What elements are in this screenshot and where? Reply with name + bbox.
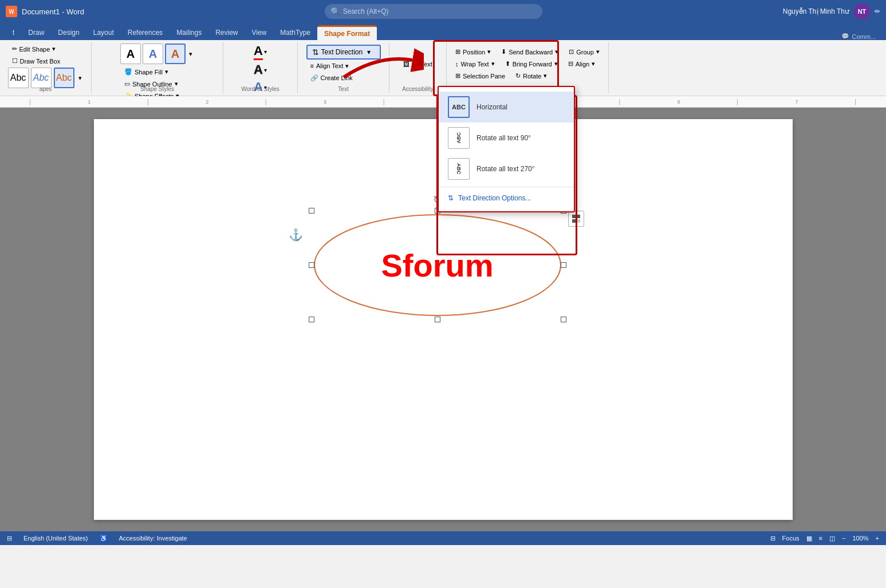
draw-text-box-icon: ☐ (12, 57, 18, 65)
pen-icon[interactable]: ✏ (875, 7, 880, 15)
selection-pane-button[interactable]: ⊞ Selection Pane (451, 70, 509, 81)
shape-sample-2[interactable]: Abc (31, 68, 52, 88)
tab-review[interactable]: Review (208, 25, 245, 40)
tab-mathtype[interactable]: MathType (273, 25, 317, 40)
dropdown-rotate270[interactable]: ABC Rotate all text 270° (439, 153, 574, 184)
svg-rect-2 (572, 215, 576, 218)
alt-text-button[interactable]: 🖼 Alt Text (399, 59, 436, 69)
tab-draw[interactable]: Draw (21, 25, 51, 40)
shape-sample-3[interactable]: Abc (54, 68, 74, 88)
tab-mailings[interactable]: Mailings (170, 25, 208, 40)
tab-view[interactable]: View (245, 25, 274, 40)
options-icon: ⇅ (448, 194, 454, 202)
search-icon-wrap: 🔍 (325, 4, 542, 19)
edit-shape-button[interactable]: ✏ Edit Shape ▾ (8, 44, 84, 54)
align-text-button[interactable]: ≡ Align Text ▾ (306, 61, 381, 72)
view-read-icon[interactable]: ≡ (819, 535, 822, 542)
bring-forward-icon: ⬆ (505, 60, 510, 68)
send-backward-button[interactable]: ⬇ Send Backward ▾ (497, 46, 562, 57)
tab-design[interactable]: Design (51, 25, 86, 40)
handle-bottom-right[interactable] (561, 317, 566, 322)
user-name: Nguyễn Thị Minh Thư (783, 7, 849, 15)
view-print-icon[interactable]: ◫ (829, 535, 835, 542)
wrap-text-button[interactable]: ↕ Wrap Text ▾ (451, 58, 499, 69)
shape-sample-1[interactable]: Abc (8, 68, 29, 88)
draw-text-box-button[interactable]: ☐ Draw Text Box (8, 56, 84, 66)
align-icon: ⊟ (568, 60, 573, 68)
align-button[interactable]: ⊟ Align ▾ (564, 58, 599, 69)
arrange-row2: ↕ Wrap Text ▾ ⬆ Bring Forward ▾ ⊟ Align … (451, 58, 604, 69)
handle-mid-left[interactable] (309, 262, 314, 268)
user-avatar[interactable]: NT (854, 3, 870, 19)
horizontal-icon-box: ABC (448, 96, 470, 118)
status-bar: ⊟ English (United States) ♿ Accessibilit… (0, 531, 886, 545)
rotate-button[interactable]: ↻ Rotate ▾ (511, 70, 551, 81)
page-indicator-icon: ⊟ (7, 535, 12, 542)
dropdown-rotate90[interactable]: ABC Rotate all text 90° (439, 123, 574, 153)
zoom-minus-button[interactable]: − (842, 535, 845, 542)
shape-fill-button[interactable]: 🪣 Shape Fill ▾ (120, 66, 194, 77)
create-link-button[interactable]: 🔗 Create Link (306, 73, 381, 84)
wrap-text-icon: ↕ (455, 61, 459, 68)
wordart-more-button[interactable]: ▾ (187, 44, 194, 64)
tab-t[interactable]: t (6, 25, 21, 40)
shape-fill-chevron: ▾ (165, 68, 168, 76)
wordart-color-chevron[interactable]: ▾ (264, 49, 267, 55)
link-icon: 🔗 (310, 74, 318, 82)
wordart-sample-orange[interactable]: A (165, 44, 186, 64)
handle-bottom-left[interactable] (309, 317, 314, 322)
text-group-content: ⇅ Text Direction ▾ ≡ Align Text ▾ 🔗 Crea… (306, 44, 381, 92)
rotate270-icon-box: ABC (448, 158, 470, 180)
wordart-sample-blue[interactable]: A (143, 44, 163, 64)
layout-options-icon[interactable] (568, 211, 584, 227)
tab-layout[interactable]: Layout (86, 25, 121, 40)
handle-mid-right[interactable] (561, 262, 566, 268)
group-button[interactable]: ⊡ Group ▾ (565, 46, 604, 57)
wordart-sample-black[interactable]: A (120, 44, 141, 64)
anchor-icon: ⚓ (289, 228, 303, 242)
wordart-outline-chevron[interactable]: ▾ (264, 67, 267, 73)
text-direction-icon: ⇅ (312, 48, 319, 57)
insert-shapes-label: apes (0, 86, 91, 92)
focus-icon[interactable]: ⊟ (770, 535, 775, 542)
tab-shape-format[interactable]: Shape Format (317, 25, 377, 40)
view-normal-icon[interactable]: ▦ (806, 535, 812, 542)
rotate270-label: Rotate all text 270° (477, 165, 535, 173)
horizontal-abc: ABC (452, 104, 466, 111)
bring-forward-button[interactable]: ⬆ Bring Forward ▾ (501, 58, 562, 69)
send-backward-icon: ⬇ (501, 48, 506, 56)
handle-bottom-mid[interactable] (435, 317, 440, 322)
wordart-styles-label: WordArt Styles (223, 86, 297, 92)
search-bar: 🔍 (84, 4, 783, 19)
dropdown-text-direction-options[interactable]: ⇅ Text Direction Options... (439, 190, 574, 207)
handle-top-left[interactable] (309, 208, 314, 214)
focus-label[interactable]: Focus (782, 535, 800, 542)
search-input[interactable] (325, 4, 542, 19)
tab-references[interactable]: References (121, 25, 170, 40)
title-bar-left: W Document1 - Word (6, 6, 84, 17)
arrange-row3: ⊞ Selection Pane ↻ Rotate ▾ (451, 70, 604, 81)
wordart-color-row: A ▾ (254, 44, 267, 60)
dropdown-horizontal[interactable]: ABC Horizontal (439, 92, 574, 123)
wordart-outline-row: A ▾ (254, 62, 267, 77)
insert-shapes-group: ✏ Edit Shape ▾ ☐ Draw Text Box Abc Abc A… (0, 42, 92, 93)
comment-button[interactable]: 💬 Comm... (837, 33, 880, 40)
arrange-row1: ⊞ Position ▾ ⬇ Send Backward ▾ ⊡ Group ▾ (451, 46, 604, 57)
accessibility-group-content: 🖼 Alt Text (399, 44, 436, 92)
shape-fill-icon: 🪣 (124, 68, 132, 76)
position-button[interactable]: ⊞ Position ▾ (451, 46, 495, 57)
wordart-text-color-a[interactable]: A (254, 44, 263, 60)
rotate90-icon-box: ABC (448, 127, 470, 149)
alt-text-icon: 🖼 (403, 61, 409, 68)
text-direction-button[interactable]: ⇅ Text Direction ▾ (306, 45, 381, 60)
language-label: English (United States) (23, 535, 88, 542)
wordart-text-outline-a[interactable]: A (254, 62, 263, 77)
edit-shape-icon: ✏ (12, 45, 17, 53)
rotate270-abc: ABC (456, 163, 462, 175)
zoom-plus-button[interactable]: + (876, 535, 879, 542)
wordart-samples: A A A ▾ (120, 44, 194, 64)
text-group-label: Text (298, 86, 389, 92)
wordart-styles-group: A ▾ A ▾ A ▾ WordArt Styles (223, 42, 298, 93)
shapes-more-button[interactable]: ▾ (77, 68, 84, 88)
ellipse-shape-container[interactable]: ↻ Sforum (312, 211, 564, 319)
